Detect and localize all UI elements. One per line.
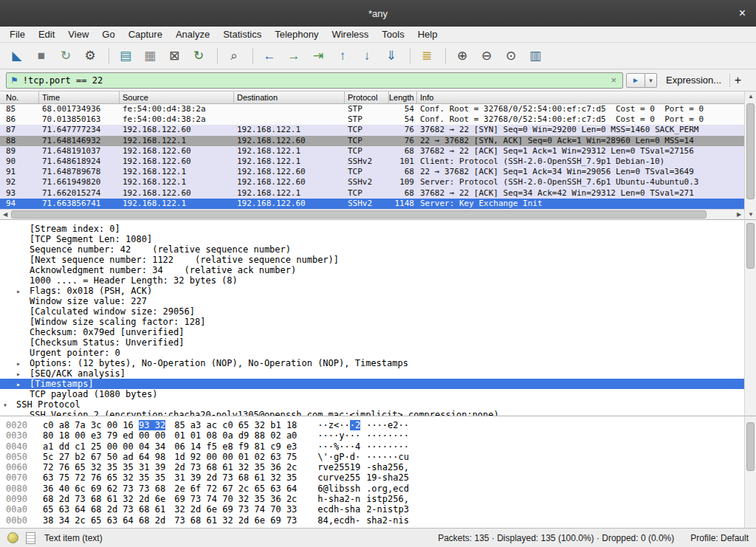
expert-info-icon[interactable] — [7, 532, 18, 543]
detail-line[interactable]: ▸Options: (12 bytes), No-Operation (NOP)… — [0, 358, 744, 368]
detail-line[interactable]: [Next sequence number: 1122 (relative se… — [0, 255, 744, 265]
expand-arrow-icon[interactable]: ▸ — [16, 379, 30, 390]
close-window-button[interactable]: × — [739, 0, 746, 27]
detail-line[interactable]: ▸Flags: 0x018 (PSH, ACK) — [0, 286, 744, 296]
go-forward-icon[interactable]: → — [283, 46, 305, 66]
menu-item-help[interactable]: Help — [411, 27, 444, 41]
reload-file-icon[interactable]: ↻ — [188, 46, 210, 66]
packet-row[interactable]: 9071.648618924192.168.122.60192.168.122.… — [0, 156, 744, 167]
column-header-no[interactable]: No. — [0, 92, 39, 103]
expand-arrow-icon[interactable]: ▸ — [16, 286, 30, 297]
menu-item-telephony[interactable]: Telephony — [268, 27, 325, 41]
detail-line[interactable]: ▸[SEQ/ACK analysis] — [0, 368, 744, 379]
detail-line[interactable]: 1000 .... = Header Length: 32 bytes (8) — [0, 275, 744, 286]
detail-line[interactable]: [Stream index: 0] — [0, 224, 744, 234]
menu-item-analyze[interactable]: Analyze — [169, 27, 216, 41]
packet-row[interactable]: 8670.013850163fe:54:00:d4:38:2aSTP54Conf… — [0, 114, 744, 125]
go-back-icon[interactable]: ← — [258, 46, 281, 66]
hex-row[interactable]: 00a065 63 64 68 2d 73 68 6132 2d 6e 69 7… — [0, 504, 744, 515]
hex-row[interactable]: 003080 18 00 e3 79 ed 00 0001 01 08 0a d… — [0, 430, 744, 441]
column-header-destination[interactable]: Destination — [234, 92, 345, 103]
scroll-left-icon[interactable]: ◀ — [0, 210, 10, 219]
scroll-down-icon[interactable]: ▼ — [746, 210, 756, 219]
packet-row[interactable]: 8871.648146932192.168.122.1192.168.122.6… — [0, 136, 744, 146]
scroll-up-icon[interactable]: ▲ — [746, 92, 756, 101]
menu-item-edit[interactable]: Edit — [32, 27, 61, 41]
details-vscrollbar[interactable] — [744, 219, 756, 416]
detail-line[interactable]: ▾SSH Protocol — [0, 399, 744, 410]
display-filter-field[interactable]: ⚑ × — [6, 72, 623, 89]
filter-input[interactable] — [23, 75, 609, 86]
menu-item-statistics[interactable]: Statistics — [216, 27, 268, 41]
capture-comment-icon[interactable] — [26, 532, 35, 544]
expression-button[interactable]: Expression... — [666, 75, 721, 86]
column-header-length[interactable]: Length — [389, 92, 417, 103]
filter-history-dropdown[interactable]: ▾ — [645, 73, 657, 88]
vscroll-thumb[interactable] — [746, 103, 755, 199]
packet-row[interactable]: 9271.661949820192.168.122.1192.168.122.6… — [0, 177, 744, 188]
hex-row[interactable]: 00505c 27 b2 67 50 ad 64 981d 92 00 00 0… — [0, 452, 744, 462]
go-last-packet-icon[interactable]: ↓ — [356, 46, 378, 66]
zoom-original-icon[interactable]: ⊙ — [500, 46, 522, 66]
hex-scroll-thumb[interactable] — [746, 422, 755, 471]
start-capture-icon[interactable]: ◣ — [6, 46, 28, 66]
hex-row[interactable]: 009068 2d 73 68 61 32 2d 6e69 73 74 70 3… — [0, 494, 744, 504]
auto-scroll-icon[interactable]: ⇓ — [380, 46, 402, 66]
packet-row[interactable]: 9171.648789678192.168.122.1192.168.122.6… — [0, 167, 744, 177]
zoom-in-icon[interactable]: ⊕ — [451, 46, 473, 66]
menu-item-capture[interactable]: Capture — [122, 27, 169, 41]
expand-arrow-icon[interactable]: ▾ — [3, 400, 16, 410]
column-header-time[interactable]: Time — [39, 92, 120, 103]
capture-options-icon[interactable]: ⚙ — [79, 46, 101, 66]
colorize-packets-icon[interactable]: ≣ — [416, 46, 438, 66]
detail-line[interactable]: ▸[Timestamps] — [0, 379, 744, 389]
detail-line[interactable]: Urgent pointer: 0 — [0, 348, 744, 358]
detail-line[interactable]: SSH Version 2 (encryption:chacha20-poly1… — [0, 410, 744, 416]
detail-line[interactable]: [Checksum Status: Unverified] — [0, 337, 744, 348]
detail-line[interactable]: Window size value: 227 — [0, 296, 744, 306]
expand-arrow-icon[interactable]: ▸ — [16, 369, 30, 379]
add-filter-button[interactable]: + — [729, 74, 746, 87]
hex-row[interactable]: 0020c0 a8 7a 3c 00 16 93 3285 a3 ac c0 6… — [0, 420, 744, 430]
packet-row[interactable]: 9471.663856741192.168.122.1192.168.122.6… — [0, 199, 744, 209]
menu-item-wireless[interactable]: Wireless — [325, 27, 375, 41]
apply-filter-button[interactable]: ► — [626, 73, 645, 88]
hex-row[interactable]: 00b038 34 2c 65 63 64 68 2d73 68 61 32 2… — [0, 515, 744, 526]
packet-row[interactable]: 8771.647777234192.168.122.60192.168.122.… — [0, 125, 744, 135]
detail-line[interactable]: [TCP Segment Len: 1080] — [0, 234, 744, 244]
detail-line[interactable]: [Window size scaling factor: 128] — [0, 317, 744, 327]
column-header-source[interactable]: Source — [120, 92, 234, 103]
menu-item-tools[interactable]: Tools — [375, 27, 410, 41]
detail-line[interactable]: Acknowledgment number: 34 (relative ack … — [0, 265, 744, 275]
stop-capture-icon[interactable]: ■ — [30, 46, 52, 66]
find-packet-icon[interactable]: ⌕ — [223, 46, 245, 66]
zoom-out-icon[interactable]: ⊖ — [475, 46, 498, 66]
go-first-packet-icon[interactable]: ↑ — [331, 46, 354, 66]
hex-row[interactable]: 006072 76 65 32 35 35 31 392d 73 68 61 3… — [0, 462, 744, 472]
scroll-right-icon[interactable]: ▶ — [734, 210, 744, 219]
packet-list-hscrollbar[interactable]: ◀ ▶ — [0, 209, 744, 219]
packet-row[interactable]: 9371.662015274192.168.122.60192.168.122.… — [0, 188, 744, 199]
hex-row[interactable]: 007063 75 72 76 65 32 35 3531 39 2d 73 6… — [0, 472, 744, 483]
expand-arrow-icon[interactable]: ▸ — [16, 359, 30, 369]
packet-row[interactable]: 8971.648191037192.168.122.60192.168.122.… — [0, 146, 744, 156]
hscroll-thumb[interactable] — [11, 210, 707, 219]
open-file-icon[interactable]: ▤ — [114, 46, 137, 66]
packet-list-vscrollbar[interactable]: ▲ ▼ — [744, 92, 756, 219]
go-to-packet-icon[interactable]: ⇥ — [307, 46, 329, 66]
restart-capture-icon[interactable]: ↻ — [55, 46, 77, 66]
close-file-icon[interactable]: ⊠ — [163, 46, 185, 66]
resize-columns-icon[interactable]: ▥ — [524, 46, 546, 66]
column-header-info[interactable]: Info — [417, 92, 744, 103]
bookmark-icon[interactable]: ⚑ — [10, 75, 18, 86]
hex-row[interactable]: 008036 40 6c 69 62 73 73 682e 6f 72 67 2… — [0, 484, 744, 494]
clear-filter-icon[interactable]: × — [608, 75, 619, 86]
packet-row[interactable]: 8568.001734936fe:54:00:d4:38:2aSTP54Conf… — [0, 104, 744, 114]
detail-line[interactable]: Sequence number: 42 (relative sequence n… — [0, 244, 744, 255]
menu-item-view[interactable]: View — [61, 27, 95, 41]
detail-line[interactable]: TCP payload (1080 bytes) — [0, 389, 744, 399]
column-header-protocol[interactable]: Protocol — [345, 92, 389, 103]
menu-item-go[interactable]: Go — [95, 27, 121, 41]
detail-line[interactable]: [Calculated window size: 29056] — [0, 306, 744, 317]
hex-vscrollbar[interactable] — [744, 416, 756, 528]
